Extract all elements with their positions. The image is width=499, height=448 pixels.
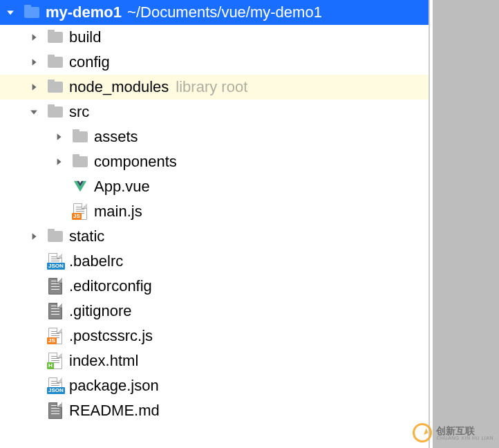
- tree-root-row[interactable]: my-demo1 ~/Documents/vue/my-demo1: [0, 0, 429, 25]
- tree-item-config[interactable]: config: [0, 50, 429, 75]
- watermark-logo-icon: [411, 420, 435, 445]
- arrow-down-icon: [6, 8, 15, 17]
- root-path: ~/Documents/vue/my-demo1: [127, 3, 322, 21]
- item-label: .babelrc: [69, 252, 123, 270]
- library-root-annotation: library root: [176, 78, 247, 96]
- folder-icon: [47, 54, 64, 71]
- watermark-cn: 创新互联: [436, 426, 493, 436]
- item-label: node_modules: [69, 78, 169, 96]
- tree-item-static[interactable]: static: [0, 224, 429, 249]
- item-label: package.json: [69, 377, 159, 395]
- arrow-right-icon: [29, 232, 39, 241]
- item-label: .postcssrc.js: [69, 327, 153, 345]
- tree-item-postcssrc[interactable]: JS .postcssrc.js: [0, 324, 429, 348]
- watermark-en: CHUANG XIN HU LIAN: [436, 436, 493, 440]
- folder-icon: [47, 29, 64, 46]
- tree-item-app-vue[interactable]: App.vue: [0, 174, 429, 199]
- folder-icon: [72, 129, 88, 145]
- folder-icon: [47, 79, 64, 95]
- tree-item-assets[interactable]: assets: [0, 124, 429, 149]
- json-file-icon: JSON: [47, 377, 64, 394]
- text-file-icon: [47, 303, 64, 319]
- folder-icon: [23, 4, 40, 21]
- json-file-icon: JSON: [47, 253, 64, 270]
- text-file-icon: [47, 402, 64, 419]
- item-label: .editorconfig: [69, 277, 152, 295]
- folder-icon: [72, 153, 88, 170]
- inactive-editor-area: [433, 0, 499, 448]
- project-tree[interactable]: my-demo1 ~/Documents/vue/my-demo1 build …: [0, 0, 430, 448]
- item-label: build: [69, 28, 101, 46]
- root-name: my-demo1: [46, 3, 122, 21]
- tree-item-gitignore[interactable]: .gitignore: [0, 299, 429, 324]
- item-label: config: [69, 53, 110, 71]
- arrow-right-icon: [29, 57, 39, 67]
- js-file-icon: JS: [47, 328, 64, 344]
- arrow-right-icon: [54, 132, 64, 142]
- item-label: assets: [94, 128, 138, 146]
- js-file-icon: JS: [72, 203, 88, 220]
- text-file-icon: [47, 278, 64, 295]
- item-label: components: [94, 153, 177, 171]
- watermark: 创新互联 CHUANG XIN HU LIAN: [413, 423, 493, 442]
- tree-item-main-js[interactable]: JS main.js: [0, 199, 429, 224]
- tree-item-components[interactable]: components: [0, 149, 429, 174]
- arrow-right-icon: [29, 82, 39, 92]
- item-label: index.html: [69, 352, 138, 370]
- tree-item-package-json[interactable]: JSON package.json: [0, 373, 429, 398]
- item-label: src: [69, 103, 89, 121]
- tree-item-node-modules[interactable]: node_modules library root: [0, 75, 429, 100]
- vue-icon: [72, 178, 88, 195]
- tree-item-babelrc[interactable]: JSON .babelrc: [0, 249, 429, 274]
- item-label: App.vue: [94, 178, 150, 196]
- item-label: README.md: [69, 402, 160, 420]
- tree-item-editorconfig[interactable]: .editorconfig: [0, 274, 429, 299]
- tree-item-index-html[interactable]: H index.html: [0, 348, 429, 373]
- item-label: .gitignore: [69, 302, 132, 320]
- tree-item-readme[interactable]: README.md: [0, 398, 429, 423]
- item-label: static: [69, 227, 104, 245]
- arrow-right-icon: [54, 157, 64, 167]
- item-label: main.js: [94, 203, 142, 221]
- html-file-icon: H: [47, 353, 64, 369]
- folder-icon: [47, 104, 64, 120]
- arrow-right-icon: [29, 32, 39, 42]
- tree-item-build[interactable]: build: [0, 25, 429, 50]
- folder-icon: [47, 228, 64, 245]
- tree-item-src[interactable]: src: [0, 100, 429, 124]
- arrow-down-icon: [29, 107, 39, 117]
